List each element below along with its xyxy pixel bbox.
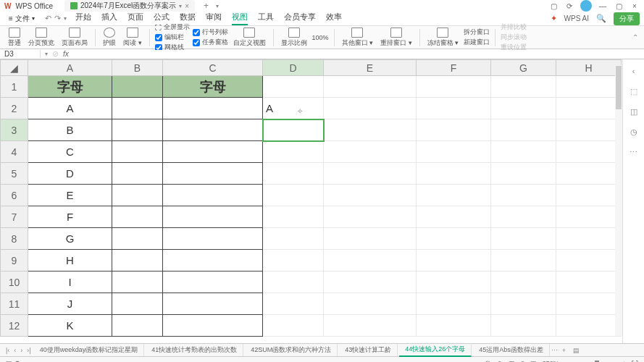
user-avatar[interactable] (580, 0, 592, 12)
check-fullscreen[interactable]: ⛶全屏显示 (155, 22, 190, 32)
freeze-panes[interactable]: 冻结窗格 ▾ (425, 28, 461, 48)
window-app-icon[interactable]: ▢ (548, 1, 559, 11)
sheet-tab[interactable]: 40使用weekday函数标记指定星期 (34, 344, 145, 356)
row-6[interactable]: 6 (1, 185, 28, 206)
cell-H2[interactable] (556, 98, 622, 119)
check-headings[interactable]: 行号列标 (193, 28, 228, 37)
row-1[interactable]: 1 (1, 76, 28, 98)
cell-B7[interactable] (112, 206, 163, 228)
row-2[interactable]: 2 (1, 98, 28, 119)
toolbar-dropdown[interactable]: ▾ (64, 15, 67, 22)
add-sheet-button[interactable]: + (559, 347, 569, 354)
cell-B2[interactable] (112, 98, 163, 119)
cell-C2[interactable] (163, 98, 263, 119)
sidebar-clock-icon[interactable]: ◷ (628, 126, 640, 138)
tab-overflow-icon[interactable]: ⋯ (551, 347, 558, 354)
cell-H7[interactable] (556, 206, 622, 228)
cell-G9[interactable] (491, 250, 556, 272)
cell-C11[interactable] (163, 293, 263, 315)
cell-A6[interactable]: E (28, 185, 112, 206)
new-tab-button[interactable]: + (204, 1, 209, 11)
sidebar-collapse-icon[interactable]: ‹ (628, 65, 640, 77)
cell-E5[interactable] (324, 163, 417, 185)
ribbon-collapse-icon[interactable]: ⌃ (632, 33, 638, 41)
cell-G11[interactable] (491, 293, 556, 315)
sheet-tab[interactable]: 41快速统计考勤表的出勤次数 (146, 344, 243, 356)
sheet-tab[interactable]: 42SUM函数求和的六种方法 (245, 344, 338, 356)
cell-D5[interactable] (263, 163, 324, 185)
cell-D6[interactable] (263, 185, 324, 206)
side-by-side[interactable]: 并排比较 (501, 22, 527, 32)
row-12[interactable]: 12 (1, 315, 28, 337)
sync-scroll[interactable]: 同步滚动 (501, 33, 527, 42)
cell-A7[interactable]: F (28, 206, 112, 228)
zoom-value[interactable]: 250% (543, 360, 559, 363)
view-page-layout[interactable]: 页面布局 (59, 28, 90, 48)
read-mode[interactable]: 阅读 ▾ (121, 28, 144, 48)
menu-review[interactable]: 审阅 (206, 12, 222, 25)
cell-E10[interactable] (324, 272, 417, 293)
cell-G10[interactable] (491, 272, 556, 293)
cell-H9[interactable] (556, 250, 622, 272)
cell-B10[interactable] (112, 272, 163, 293)
cell-E2[interactable] (324, 98, 417, 119)
cell-H6[interactable] (556, 185, 622, 206)
cell-H4[interactable] (556, 141, 622, 163)
cell-F5[interactable] (417, 163, 491, 185)
dropdown-icon[interactable]: ▾ (179, 3, 182, 9)
sidebar-more-icon[interactable]: ⋯ (628, 146, 640, 158)
new-window[interactable]: 新建窗口 (464, 38, 490, 47)
cell-A5[interactable]: D (28, 163, 112, 185)
cell-D7[interactable] (263, 206, 324, 228)
view-page-icon[interactable]: ▯ (521, 360, 524, 363)
cell-E6[interactable] (324, 185, 417, 206)
cell-E9[interactable] (324, 250, 417, 272)
cell-C4[interactable] (163, 141, 263, 163)
eye-protect[interactable]: 护眼 (101, 28, 118, 48)
cell-A10[interactable]: I (28, 272, 112, 293)
cell-F7[interactable] (417, 206, 491, 228)
share-button[interactable]: 分享 (614, 12, 640, 25)
cell-C10[interactable] (163, 272, 263, 293)
row-9[interactable]: 9 (1, 250, 28, 272)
cell-A9[interactable]: H (28, 250, 112, 272)
file-menu-button[interactable]: ≡ 文件 ▾ (4, 13, 39, 25)
cell-C5[interactable] (163, 163, 263, 185)
menu-start[interactable]: 开始 (75, 12, 91, 25)
row-3[interactable]: 3 (1, 119, 28, 141)
cell-D3[interactable] (263, 119, 324, 141)
cell-B9[interactable] (112, 250, 163, 272)
col-B[interactable]: B (112, 60, 163, 76)
row-5[interactable]: 5 (1, 163, 28, 185)
cell-D12[interactable] (263, 315, 324, 337)
cell-B5[interactable] (112, 163, 163, 185)
sheet-list-button[interactable]: ▤ (570, 347, 582, 354)
cell-C6[interactable] (163, 185, 263, 206)
cell-A12[interactable]: K (28, 315, 112, 337)
cell-E8[interactable] (324, 228, 417, 250)
cell-E11[interactable] (324, 293, 417, 315)
cell-E12[interactable] (324, 315, 417, 337)
cell-A3[interactable]: B (28, 119, 112, 141)
menu-insert[interactable]: 插入 (101, 12, 117, 25)
cell-C12[interactable] (163, 315, 263, 337)
view-split-icon[interactable]: ◫ (530, 360, 537, 363)
cell-G5[interactable] (491, 163, 556, 185)
row-7[interactable]: 7 (1, 206, 28, 228)
other-windows[interactable]: 其他窗口 ▾ (340, 28, 376, 48)
cell-F4[interactable] (417, 141, 491, 163)
cell-D10[interactable] (263, 272, 324, 293)
custom-view[interactable]: 自定义视图 (231, 28, 268, 48)
cell-G2[interactable] (491, 98, 556, 119)
col-A[interactable]: A (28, 60, 112, 76)
cell-G7[interactable] (491, 206, 556, 228)
menu-member[interactable]: 会员专享 (284, 12, 316, 25)
select-all-corner[interactable]: ◢ (1, 60, 28, 76)
vertical-scrollbar[interactable] (615, 65, 622, 336)
sheet-tab-active[interactable]: 44快速输入26个字母 (399, 343, 472, 357)
search-icon[interactable]: 🔍 (596, 14, 606, 23)
cell-H12[interactable] (556, 315, 622, 337)
tab-list-dropdown[interactable]: ▾ (216, 3, 219, 9)
status-settings-icon[interactable]: ▤ ⚙ (6, 360, 20, 363)
cell-F2[interactable] (417, 98, 491, 119)
